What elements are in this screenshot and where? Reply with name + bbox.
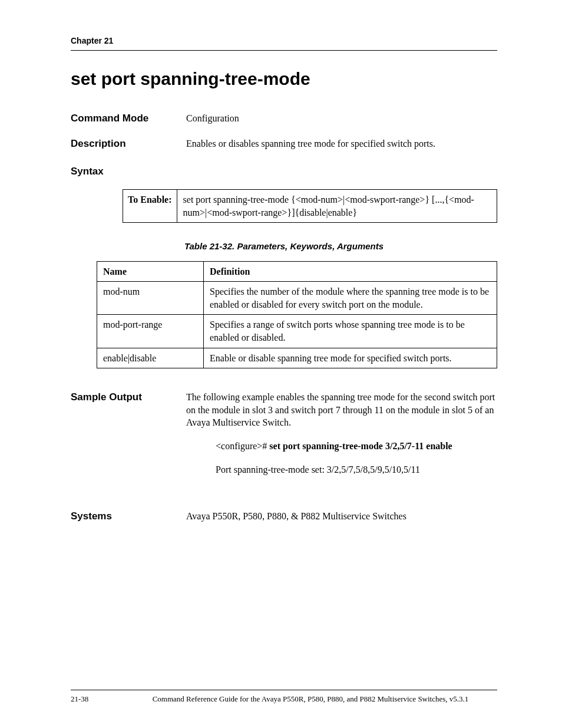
- chapter-header: Chapter 21: [71, 35, 497, 47]
- params-table: Name Definition mod-num Specifies the nu…: [97, 261, 497, 369]
- command-mode-label: Command Mode: [71, 112, 186, 126]
- param-definition: Specifies a range of switch ports whose …: [204, 315, 497, 348]
- param-name: mod-port-range: [97, 315, 204, 348]
- param-definition: Enable or disable spanning tree mode for…: [204, 348, 497, 368]
- table-header-row: Name Definition: [97, 261, 497, 282]
- sample-output-row: Sample Output The following example enab…: [71, 391, 497, 486]
- header-rule: [71, 50, 497, 51]
- sample-output-result: Port spanning-tree-mode set: 3/2,5/7,5/8…: [216, 463, 497, 476]
- table-row: mod-port-range Specifies a range of swit…: [97, 315, 497, 348]
- sample-output-body: The following example enables the spanni…: [186, 391, 497, 486]
- command-mode-row: Command Mode Configuration: [71, 112, 497, 126]
- command-mode-value: Configuration: [186, 112, 497, 125]
- param-name: enable|disable: [97, 348, 204, 368]
- sample-output-label: Sample Output: [71, 391, 186, 404]
- systems-label: Systems: [71, 510, 186, 523]
- th-name: Name: [97, 261, 204, 282]
- param-definition: Specifies the number of the module where…: [204, 282, 497, 315]
- syntax-box: To Enable: set port spanning-tree-mode {…: [123, 189, 497, 223]
- table-caption: Table 21-32. Parameters, Keywords, Argum…: [71, 241, 497, 252]
- table-row: mod-num Specifies the number of the modu…: [97, 282, 497, 315]
- sample-output-prompt: <configure>#: [216, 441, 269, 451]
- syntax-heading: Syntax: [71, 165, 497, 179]
- systems-row: Systems Avaya P550R, P580, P880, & P882 …: [71, 510, 497, 523]
- description-value: Enables or disables spanning tree mode f…: [186, 137, 497, 150]
- table-row: enable|disable Enable or disable spannin…: [97, 348, 497, 368]
- syntax-row-label: To Enable:: [123, 190, 177, 222]
- th-definition: Definition: [204, 261, 497, 282]
- page-title: set port spanning-tree-mode: [71, 67, 497, 91]
- sample-output-intro: The following example enables the spanni…: [186, 391, 497, 429]
- syntax-text: set port spanning-tree-mode {<mod-num>|<…: [177, 190, 497, 222]
- description-row: Description Enables or disables spanning…: [71, 137, 497, 151]
- param-name: mod-num: [97, 282, 204, 315]
- sample-output-command: set port spanning-tree-mode 3/2,5/7-11 e…: [269, 441, 452, 451]
- description-label: Description: [71, 137, 186, 151]
- sample-output-command-block: <configure># set port spanning-tree-mode…: [216, 440, 497, 453]
- systems-value: Avaya P550R, P580, P880, & P882 Multiser…: [186, 510, 497, 523]
